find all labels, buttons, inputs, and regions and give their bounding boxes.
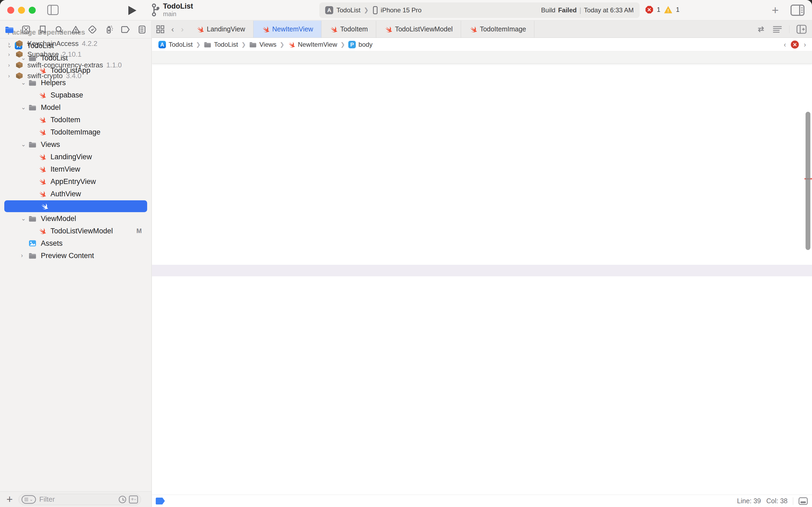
folder-icon: [249, 41, 257, 48]
package-row-KeychainAccess[interactable]: ›KeychainAccess4.2.2: [0, 38, 152, 49]
warning-count[interactable]: 1: [676, 6, 679, 13]
scheme-name[interactable]: TodoList: [337, 6, 360, 14]
project-title-block: TodoList main: [151, 2, 193, 17]
disclosure-right-icon[interactable]: ›: [8, 51, 10, 57]
chevron-right-icon: ❯: [241, 41, 246, 48]
window-close-button[interactable]: [7, 7, 14, 14]
swift-file-icon: [40, 202, 48, 210]
editor-scrollbar[interactable]: [805, 51, 812, 495]
navigator-tests-icon[interactable]: [88, 25, 97, 34]
navigator-tab-bar: [0, 21, 152, 39]
file-tree-row-Preview-Content[interactable]: ›Preview Content: [0, 249, 152, 262]
breadcrumb-item-TodoList[interactable]: ATodoList: [159, 41, 192, 48]
file-tree-row-ItemView[interactable]: ItemView: [0, 163, 152, 175]
editor-tab-TodoItem[interactable]: TodoItem: [322, 21, 376, 38]
code-line-57: [152, 476, 812, 488]
activity-status-bar[interactable]: A TodoList ❯ iPhone 15 Pro Build Failed …: [319, 2, 640, 18]
swap-editor-icon[interactable]: [756, 25, 765, 33]
error-badge-icon[interactable]: ✕: [645, 6, 653, 13]
run-button[interactable]: [128, 6, 136, 15]
scrollbar-thumb[interactable]: [806, 112, 810, 250]
file-tree-row-TodoItemImage[interactable]: TodoItemImage: [0, 126, 152, 138]
disclosure-down-icon[interactable]: ⌄: [21, 215, 26, 222]
file-tree-row-Views[interactable]: ⌄Views: [0, 138, 152, 151]
scm-status-badge: M: [136, 227, 142, 235]
editor-tab-NewItemView[interactable]: NewItemView: [253, 21, 322, 38]
assets-icon: [28, 240, 37, 247]
swift-file-icon: [38, 165, 46, 173]
package-row-swift-crypto[interactable]: ›swift-crypto3.4.0: [0, 70, 152, 81]
sidebar-toggle-icon[interactable]: [47, 5, 59, 15]
code-line-28: [152, 135, 812, 148]
file-tree-row-ViewModel[interactable]: ⌄ViewModel: [0, 212, 152, 225]
file-name: AppEntryView: [51, 177, 96, 186]
previous-issue-icon[interactable]: ‹: [784, 41, 786, 49]
code-line-29: [152, 148, 812, 159]
code-line-39: [152, 265, 812, 277]
navigator-debug-icon[interactable]: [105, 25, 114, 34]
disclosure-right-icon[interactable]: ›: [8, 72, 10, 79]
filter-field[interactable]: ⌄ Filter +-: [18, 494, 141, 505]
editor-tab-TodoListViewModel[interactable]: TodoListViewModel: [376, 21, 461, 38]
code-line-30: [152, 159, 812, 171]
related-items-grid-icon[interactable]: [156, 25, 164, 33]
disclosure-right-icon[interactable]: ›: [8, 62, 10, 68]
minimap-toggle-icon[interactable]: [799, 497, 808, 505]
filter-placeholder: Filter: [39, 495, 55, 504]
package-row-swift-concurrency-extras[interactable]: ›swift-concurrency-extras1.1.0: [0, 60, 152, 70]
file-tree-row-Model[interactable]: ⌄Model: [0, 101, 152, 114]
issue-badge-icon[interactable]: ✕: [791, 41, 799, 49]
file-tree-row-AuthView[interactable]: AuthView: [0, 188, 152, 200]
editor-tab-LandingView[interactable]: LandingView: [188, 21, 253, 38]
navigator-issues-icon[interactable]: [71, 25, 80, 34]
warning-badge-icon[interactable]: !: [664, 6, 672, 13]
back-icon[interactable]: ‹: [171, 25, 174, 34]
file-tree-row-Assets[interactable]: Assets: [0, 237, 152, 249]
file-tree-row-TodoListViewModel[interactable]: TodoListViewModelM: [0, 225, 152, 237]
editor-tab-TodoItemImage[interactable]: TodoItemImage: [461, 21, 534, 38]
sidebar-filter-bar: + ⌄ Filter +-: [0, 492, 152, 507]
navigator-project-icon[interactable]: [5, 25, 14, 34]
window-minimize-button[interactable]: [18, 7, 25, 14]
next-issue-icon[interactable]: ›: [804, 41, 806, 49]
breadcrumb-label: TodoList: [214, 41, 238, 48]
navigator-bookmarks-icon[interactable]: [38, 25, 47, 34]
run-destination[interactable]: iPhone 15 Pro: [381, 6, 421, 14]
file-tree-row-AppEntryView[interactable]: AppEntryView: [0, 175, 152, 188]
add-file-button[interactable]: +: [6, 493, 13, 505]
breakpoints-toggle-icon[interactable]: [156, 498, 165, 505]
source-editor[interactable]: [152, 51, 812, 495]
scm-filter-icon[interactable]: +-: [129, 496, 138, 504]
folder-icon: [28, 104, 37, 111]
recent-files-icon[interactable]: [119, 496, 126, 503]
disclosure-right-icon[interactable]: ›: [8, 40, 10, 47]
breadcrumb-item-Views[interactable]: Views: [249, 41, 277, 48]
swift-file-icon: [38, 227, 46, 235]
disclosure-down-icon[interactable]: ⌄: [21, 141, 26, 148]
package-icon: [15, 40, 23, 47]
breadcrumb-item-body[interactable]: Pbody: [348, 41, 372, 48]
file-tree-row-LandingView[interactable]: LandingView: [0, 151, 152, 163]
code-line-22: [152, 65, 812, 77]
window-zoom-button[interactable]: [29, 7, 36, 14]
navigator-find-icon[interactable]: [55, 25, 64, 34]
disclosure-down-icon[interactable]: ⌄: [21, 104, 26, 111]
library-add-button[interactable]: +: [772, 4, 779, 16]
navigator-source-control-icon[interactable]: [21, 25, 31, 34]
split-editor-icon[interactable]: [797, 25, 807, 34]
file-tree-row-NewItemView[interactable]: NewItemView: [0, 200, 152, 212]
breadcrumb-item-TodoList[interactable]: TodoList: [204, 41, 238, 48]
disclosure-right-icon[interactable]: ›: [21, 252, 23, 259]
breadcrumb-item-NewItemView[interactable]: NewItemView: [288, 41, 337, 48]
navigator-breakpoints-icon[interactable]: [121, 25, 130, 34]
file-tree-row-Supabase[interactable]: Supabase: [0, 89, 152, 101]
editor-pane: ‹ › LandingViewNewItemViewTodoItemTodoLi…: [152, 21, 812, 507]
editor-options-icon[interactable]: [772, 25, 782, 33]
build-status-prefix: Build: [541, 6, 555, 14]
file-tree-row-TodoItem[interactable]: TodoItem: [0, 114, 152, 126]
inspector-toggle-icon[interactable]: [791, 5, 805, 16]
error-count[interactable]: 1: [657, 6, 660, 13]
forward-icon[interactable]: ›: [181, 25, 184, 34]
package-row-Supabase[interactable]: ›Supabase2.10.1: [0, 49, 152, 60]
navigator-reports-icon[interactable]: [137, 25, 147, 34]
